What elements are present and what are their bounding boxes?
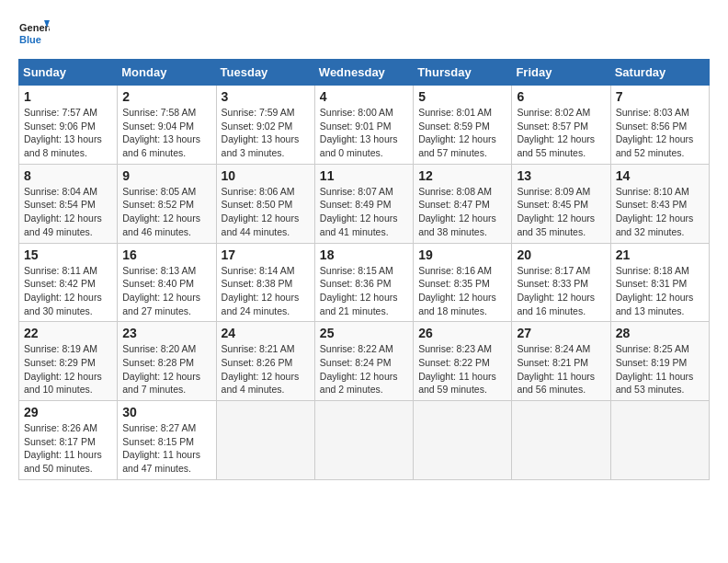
day-info: Sunrise: 8:04 AM Sunset: 8:54 PM Dayligh…: [24, 185, 112, 239]
col-header-tuesday: Tuesday: [216, 60, 314, 86]
day-number: 11: [320, 168, 408, 183]
day-number: 30: [122, 405, 210, 419]
calendar-body: 1Sunrise: 7:57 AM Sunset: 9:06 PM Daylig…: [19, 86, 710, 480]
day-number: 28: [616, 326, 704, 340]
day-number: 5: [418, 89, 506, 104]
day-number: 21: [616, 247, 704, 262]
day-info: Sunrise: 8:00 AM Sunset: 9:01 PM Dayligh…: [320, 106, 408, 160]
day-number: 22: [24, 326, 112, 340]
day-cell: 30Sunrise: 8:27 AM Sunset: 8:15 PM Dayli…: [118, 401, 216, 480]
day-info: Sunrise: 8:07 AM Sunset: 8:49 PM Dayligh…: [320, 185, 408, 239]
day-info: Sunrise: 8:16 AM Sunset: 8:35 PM Dayligh…: [418, 264, 506, 318]
day-info: Sunrise: 8:21 AM Sunset: 8:26 PM Dayligh…: [222, 342, 310, 396]
day-cell: 20Sunrise: 8:17 AM Sunset: 8:33 PM Dayli…: [512, 243, 610, 322]
day-cell: 15Sunrise: 8:11 AM Sunset: 8:42 PM Dayli…: [19, 243, 118, 322]
day-cell: 29Sunrise: 8:26 AM Sunset: 8:17 PM Dayli…: [19, 401, 118, 480]
day-info: Sunrise: 8:14 AM Sunset: 8:38 PM Dayligh…: [222, 264, 310, 318]
col-header-thursday: Thursday: [414, 60, 512, 86]
day-info: Sunrise: 8:05 AM Sunset: 8:52 PM Dayligh…: [122, 185, 210, 239]
day-cell: [414, 401, 512, 480]
day-cell: [216, 401, 314, 480]
day-number: 3: [222, 89, 310, 104]
day-info: Sunrise: 7:57 AM Sunset: 9:06 PM Dayligh…: [24, 106, 112, 160]
day-info: Sunrise: 8:25 AM Sunset: 8:19 PM Dayligh…: [616, 342, 704, 396]
calendar-table: SundayMondayTuesdayWednesdayThursdayFrid…: [18, 59, 710, 480]
day-info: Sunrise: 8:26 AM Sunset: 8:17 PM Dayligh…: [24, 421, 112, 476]
day-number: 6: [517, 89, 605, 104]
day-info: Sunrise: 8:08 AM Sunset: 8:47 PM Dayligh…: [418, 185, 506, 239]
day-number: 15: [24, 247, 112, 262]
day-info: Sunrise: 8:17 AM Sunset: 8:33 PM Dayligh…: [517, 264, 605, 318]
day-info: Sunrise: 8:10 AM Sunset: 8:43 PM Dayligh…: [616, 185, 704, 239]
svg-text:Blue: Blue: [19, 34, 41, 45]
day-cell: 11Sunrise: 8:07 AM Sunset: 8:49 PM Dayli…: [314, 164, 413, 243]
day-number: 16: [122, 247, 210, 262]
page-header: General Blue: [18, 18, 710, 50]
day-number: 7: [616, 89, 704, 104]
day-number: 14: [616, 168, 704, 183]
day-cell: [610, 401, 709, 480]
day-info: Sunrise: 8:20 AM Sunset: 8:28 PM Dayligh…: [122, 342, 210, 396]
day-number: 12: [418, 168, 506, 183]
day-cell: 12Sunrise: 8:08 AM Sunset: 8:47 PM Dayli…: [414, 164, 512, 243]
day-info: Sunrise: 8:09 AM Sunset: 8:45 PM Dayligh…: [517, 185, 605, 239]
day-cell: 14Sunrise: 8:10 AM Sunset: 8:43 PM Dayli…: [610, 164, 709, 243]
day-cell: 2Sunrise: 7:58 AM Sunset: 9:04 PM Daylig…: [118, 86, 216, 165]
day-number: 25: [320, 326, 408, 340]
day-info: Sunrise: 8:27 AM Sunset: 8:15 PM Dayligh…: [122, 421, 210, 476]
week-row-3: 15Sunrise: 8:11 AM Sunset: 8:42 PM Dayli…: [19, 243, 710, 322]
day-cell: [314, 401, 413, 480]
day-cell: 28Sunrise: 8:25 AM Sunset: 8:19 PM Dayli…: [610, 322, 709, 401]
week-row-5: 29Sunrise: 8:26 AM Sunset: 8:17 PM Dayli…: [19, 401, 710, 480]
day-info: Sunrise: 8:03 AM Sunset: 8:56 PM Dayligh…: [616, 106, 704, 160]
day-info: Sunrise: 8:06 AM Sunset: 8:50 PM Dayligh…: [222, 185, 310, 239]
day-info: Sunrise: 7:59 AM Sunset: 9:02 PM Dayligh…: [222, 106, 310, 160]
svg-text:General: General: [19, 22, 50, 33]
day-info: Sunrise: 8:02 AM Sunset: 8:57 PM Dayligh…: [517, 106, 605, 160]
day-cell: 17Sunrise: 8:14 AM Sunset: 8:38 PM Dayli…: [216, 243, 314, 322]
day-cell: 27Sunrise: 8:24 AM Sunset: 8:21 PM Dayli…: [512, 322, 610, 401]
col-header-saturday: Saturday: [610, 60, 709, 86]
day-cell: 7Sunrise: 8:03 AM Sunset: 8:56 PM Daylig…: [610, 86, 709, 165]
day-cell: 8Sunrise: 8:04 AM Sunset: 8:54 PM Daylig…: [19, 164, 118, 243]
day-info: Sunrise: 8:23 AM Sunset: 8:22 PM Dayligh…: [418, 342, 506, 396]
col-header-sunday: Sunday: [19, 60, 118, 86]
day-number: 9: [122, 168, 210, 183]
day-info: Sunrise: 8:15 AM Sunset: 8:36 PM Dayligh…: [320, 264, 408, 318]
day-number: 2: [122, 89, 210, 104]
logo: General Blue: [18, 18, 50, 50]
day-number: 17: [222, 247, 310, 262]
day-number: 4: [320, 89, 408, 104]
day-cell: 21Sunrise: 8:18 AM Sunset: 8:31 PM Dayli…: [610, 243, 709, 322]
day-cell: 10Sunrise: 8:06 AM Sunset: 8:50 PM Dayli…: [216, 164, 314, 243]
day-info: Sunrise: 7:58 AM Sunset: 9:04 PM Dayligh…: [122, 106, 210, 160]
day-cell: 18Sunrise: 8:15 AM Sunset: 8:36 PM Dayli…: [314, 243, 413, 322]
day-cell: 19Sunrise: 8:16 AM Sunset: 8:35 PM Dayli…: [414, 243, 512, 322]
week-row-4: 22Sunrise: 8:19 AM Sunset: 8:29 PM Dayli…: [19, 322, 710, 401]
day-number: 8: [24, 168, 112, 183]
day-number: 18: [320, 247, 408, 262]
day-number: 13: [517, 168, 605, 183]
day-cell: 1Sunrise: 7:57 AM Sunset: 9:06 PM Daylig…: [19, 86, 118, 165]
day-cell: 26Sunrise: 8:23 AM Sunset: 8:22 PM Dayli…: [414, 322, 512, 401]
week-row-2: 8Sunrise: 8:04 AM Sunset: 8:54 PM Daylig…: [19, 164, 710, 243]
logo-svg: General Blue: [18, 18, 50, 50]
day-cell: 5Sunrise: 8:01 AM Sunset: 8:59 PM Daylig…: [414, 86, 512, 165]
day-number: 24: [222, 326, 310, 340]
day-cell: 4Sunrise: 8:00 AM Sunset: 9:01 PM Daylig…: [314, 86, 413, 165]
day-number: 27: [517, 326, 605, 340]
day-cell: 22Sunrise: 8:19 AM Sunset: 8:29 PM Dayli…: [19, 322, 118, 401]
day-info: Sunrise: 8:11 AM Sunset: 8:42 PM Dayligh…: [24, 264, 112, 318]
day-number: 26: [418, 326, 506, 340]
day-cell: 16Sunrise: 8:13 AM Sunset: 8:40 PM Dayli…: [118, 243, 216, 322]
day-cell: 24Sunrise: 8:21 AM Sunset: 8:26 PM Dayli…: [216, 322, 314, 401]
day-cell: 9Sunrise: 8:05 AM Sunset: 8:52 PM Daylig…: [118, 164, 216, 243]
day-number: 1: [24, 89, 112, 104]
day-number: 19: [418, 247, 506, 262]
calendar-header-row: SundayMondayTuesdayWednesdayThursdayFrid…: [19, 60, 710, 86]
day-cell: 25Sunrise: 8:22 AM Sunset: 8:24 PM Dayli…: [314, 322, 413, 401]
day-number: 20: [517, 247, 605, 262]
day-cell: 23Sunrise: 8:20 AM Sunset: 8:28 PM Dayli…: [118, 322, 216, 401]
col-header-monday: Monday: [118, 60, 216, 86]
day-number: 10: [222, 168, 310, 183]
